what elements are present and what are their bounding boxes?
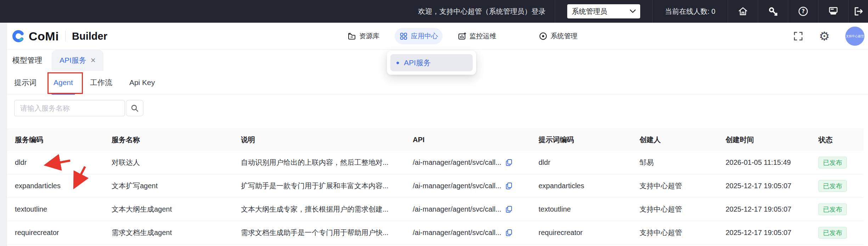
table-header-row: 服务编码 服务名称 说明 API 提示词编码 创建人 创建时间 状态 [7, 128, 864, 151]
chevron-down-icon [630, 10, 636, 13]
column-header: 说明 [241, 135, 413, 145]
avatar[interactable]: 支持中心超管 [845, 27, 864, 46]
service-description: 需求文档生成助手是一个专门用于帮助用户快... [241, 228, 413, 237]
status-cell: 已发布 [818, 203, 864, 215]
service-name: 需求文档生成agent [112, 228, 241, 237]
column-header: 服务编码 [15, 135, 112, 145]
table-row: expandarticles 文本扩写agent 扩写助手是一款专门用于扩展和丰… [7, 174, 864, 198]
home-icon[interactable] [728, 0, 758, 23]
nav-item-resource-library[interactable]: 资源库 [343, 28, 384, 44]
close-icon[interactable]: × [91, 56, 96, 65]
help-icon[interactable]: ? [788, 0, 818, 23]
welcome-text: 欢迎，支持中心超管（系统管理员）登录 [418, 7, 546, 16]
workstation-icon[interactable] [818, 0, 848, 23]
header-right: ⚙ 支持中心超管 [793, 23, 868, 50]
role-select[interactable]: 系统管理员 [567, 4, 640, 18]
service-name: 对联达人 [112, 158, 241, 167]
service-description: 自动识别用户给出的上联内容，然后工整地对... [241, 158, 413, 167]
system-gear-icon [539, 32, 547, 40]
logo-divider [65, 31, 66, 41]
service-api: /ai-manager/agent/svc/call... [413, 205, 539, 214]
service-code: textoutline [15, 205, 112, 213]
status-cell: 已发布 [818, 180, 864, 192]
page-gutter [0, 23, 7, 246]
column-header: 创建时间 [726, 135, 818, 145]
prompt-code: dldr [539, 158, 639, 167]
service-description: 文本大纲生成专家，擅长根据用户的需求创建... [241, 205, 413, 214]
bullet-icon: • [396, 58, 399, 67]
app-grid-icon [399, 32, 408, 40]
created-at: 2025-12-17 19:05:07 [726, 229, 818, 237]
tab-model-management[interactable]: 模型管理 [12, 50, 42, 71]
subtab-label: Agent [53, 78, 73, 87]
topbar-divider [555, 0, 555, 23]
column-header: API [413, 136, 539, 144]
role-select-value: 系统管理员 [572, 7, 607, 16]
service-name: 文本扩写agent [112, 181, 241, 191]
column-header: 服务名称 [112, 135, 241, 145]
api-path: /ai-manager/agent/svc/call... [413, 158, 501, 167]
table-row: textoutline 文本大纲生成agent 文本大纲生成专家，擅长根据用户的… [7, 198, 864, 221]
monitor-chart-icon [458, 32, 466, 40]
status-badge: 已发布 [818, 180, 847, 192]
comi-logo-icon [12, 30, 25, 43]
logout-icon[interactable] [849, 0, 868, 23]
role-select-wrap: 系统管理员 [567, 4, 640, 18]
key-icon[interactable] [758, 0, 788, 23]
fullscreen-icon[interactable] [793, 31, 804, 41]
created-at: 2026-01-05 11:15:49 [726, 158, 818, 167]
subtab-workflow[interactable]: 工作流 [90, 71, 112, 94]
dropdown-item-api-service[interactable]: • API服务 [390, 54, 473, 71]
copy-icon[interactable] [505, 158, 513, 167]
services-table: 服务编码 服务名称 说明 API 提示词编码 创建人 创建时间 状态 dldr … [7, 128, 864, 245]
creator: 邹易 [639, 158, 726, 167]
creator: 支持中心超管 [639, 181, 726, 191]
nav-label: 系统管理 [551, 32, 577, 41]
subtab-api-key[interactable]: Api Key [129, 71, 155, 94]
copy-icon[interactable] [505, 182, 513, 190]
copy-icon[interactable] [505, 229, 513, 237]
product-name: Builder [72, 30, 107, 42]
api-path: /ai-manager/agent/svc/call... [413, 229, 501, 237]
status-badge: 已发布 [818, 227, 847, 239]
prompt-code: expandarticles [539, 182, 639, 190]
tab-api-service[interactable]: API服务 × [52, 50, 103, 71]
api-path: /ai-manager/agent/svc/call... [413, 182, 501, 190]
gear-icon[interactable]: ⚙ [819, 30, 830, 42]
topbar: 欢迎，支持中心超管（系统管理员）登录 系统管理员 当前在线人数: 0 ? [0, 0, 868, 23]
online-count: 当前在线人数: 0 [653, 7, 728, 16]
tab-label: API服务 [60, 55, 86, 65]
brand-name: CoMi [29, 29, 59, 43]
app-center-dropdown: • API服务 [387, 51, 476, 75]
app-header: CoMi Builder 资源库 应用中心 监控运维 系统管理 ⚙ 支持中心超管 [7, 23, 868, 50]
api-path: /ai-manager/agent/svc/call... [413, 205, 501, 213]
service-description: 扩写助手是一款专门用于扩展和丰富文本内容... [241, 181, 413, 191]
subtab-agent[interactable]: Agent [53, 71, 73, 94]
service-api: /ai-manager/agent/svc/call... [413, 229, 539, 237]
creator: 支持中心超管 [639, 228, 726, 237]
nav-label: 监控运维 [469, 32, 496, 41]
subtab-label: Api Key [129, 78, 155, 87]
search-input[interactable] [14, 100, 125, 116]
column-header: 提示词编码 [539, 135, 639, 145]
search-button[interactable] [126, 100, 143, 116]
subtab-label: 提示词 [14, 78, 36, 88]
table-row: requirecreator 需求文档生成agent 需求文档生成助手是一个专门… [7, 221, 864, 245]
search-icon [130, 104, 139, 112]
folder-icon [348, 32, 356, 40]
table-row: dldr 对联达人 自动识别用户给出的上联内容，然后工整地对... /ai-ma… [7, 151, 864, 174]
service-code: requirecreator [15, 229, 112, 237]
service-code: dldr [15, 158, 112, 167]
column-header: 创建人 [639, 135, 726, 145]
status-cell: 已发布 [818, 157, 864, 168]
copy-icon[interactable] [505, 205, 513, 214]
prompt-code: requirecreator [539, 229, 639, 237]
nav-item-system-admin[interactable]: 系统管理 [534, 28, 582, 44]
status-cell: 已发布 [818, 227, 864, 239]
nav-label: 资源库 [359, 32, 379, 41]
nav-item-app-center[interactable]: 应用中心 [395, 28, 443, 44]
nav-item-monitor-ops[interactable]: 监控运维 [453, 28, 501, 44]
subtab-prompts[interactable]: 提示词 [14, 71, 36, 94]
avatar-label: 支持中心超管 [846, 34, 864, 38]
service-api: /ai-manager/agent/svc/call... [413, 158, 539, 167]
